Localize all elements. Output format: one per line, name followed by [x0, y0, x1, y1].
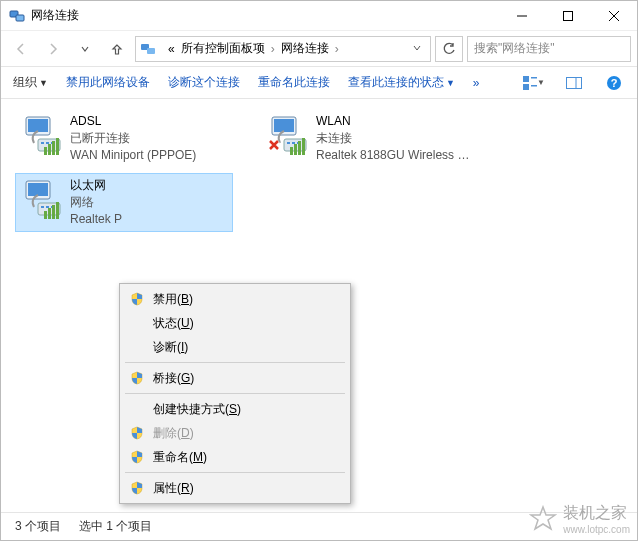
svg-rect-12: [567, 77, 582, 88]
svg-rect-33: [294, 144, 297, 155]
navbar: « 所有控制面板项 › 网络连接 › 搜索"网络连接": [1, 31, 637, 67]
uac-shield-icon: [130, 292, 144, 306]
svg-rect-27: [274, 119, 294, 132]
maximize-button[interactable]: [545, 1, 591, 31]
svg-rect-20: [46, 142, 49, 144]
menu-item: 删除(D): [123, 421, 347, 445]
toolbar: 组织▼ 禁用此网络设备 诊断这个连接 重命名此连接 查看此连接的状态▼ » ▼ …: [1, 67, 637, 99]
svg-rect-8: [523, 76, 529, 82]
svg-rect-25: [56, 138, 59, 155]
menu-item[interactable]: 属性(R): [123, 476, 347, 500]
back-button[interactable]: [7, 35, 35, 63]
recent-dropdown[interactable]: [71, 35, 99, 63]
svg-rect-3: [564, 11, 573, 20]
menu-item[interactable]: 诊断(I): [123, 335, 347, 359]
svg-rect-23: [48, 144, 51, 155]
connection-status: 未连接: [316, 130, 474, 147]
minimize-button[interactable]: [499, 1, 545, 31]
connection-device: Realtek 8188GU Wireless LAN: [316, 147, 474, 164]
breadcrumb-prefix[interactable]: «: [168, 42, 175, 56]
connection-name: WLAN: [316, 113, 474, 130]
menu-item-label: 禁用(B): [153, 291, 193, 308]
menu-item[interactable]: 状态(U): [123, 311, 347, 335]
svg-rect-17: [28, 119, 48, 132]
organize-menu[interactable]: 组织▼: [13, 74, 48, 91]
menu-item-label: 创建快捷方式(S): [153, 401, 241, 418]
view-status-button[interactable]: 查看此连接的状态▼: [348, 74, 455, 91]
search-placeholder: 搜索"网络连接": [474, 40, 555, 57]
connection-name: ADSL: [70, 113, 196, 130]
svg-rect-10: [523, 84, 529, 90]
svg-rect-32: [290, 147, 293, 155]
connection-item[interactable]: ADSL 已断开连接 WAN Miniport (PPPOE): [15, 109, 233, 167]
menu-item[interactable]: 重命名(M): [123, 445, 347, 469]
titlebar: 网络连接: [1, 1, 637, 31]
diagnose-button[interactable]: 诊断这个连接: [168, 74, 240, 91]
breadcrumb-sep: ›: [335, 42, 339, 56]
svg-rect-43: [44, 211, 47, 219]
connections-list: ADSL 已断开连接 WAN Miniport (PPPOE) WLAN 未连接…: [15, 109, 623, 232]
svg-rect-19: [41, 142, 44, 144]
svg-rect-34: [298, 141, 301, 155]
breadcrumb-item[interactable]: 网络连接: [281, 40, 329, 57]
breadcrumb-item[interactable]: 所有控制面板项: [181, 40, 265, 57]
menu-separator: [125, 362, 345, 363]
svg-rect-30: [292, 142, 295, 144]
forward-button[interactable]: [39, 35, 67, 63]
connection-item[interactable]: 以太网 网络 Realtek P: [15, 173, 233, 231]
menu-item-label: 属性(R): [153, 480, 194, 497]
refresh-button[interactable]: [435, 36, 463, 62]
network-connections-icon: [9, 8, 25, 24]
uac-shield-icon: [130, 426, 144, 440]
uac-shield-icon: [130, 371, 144, 385]
watermark-url: www.lotpc.com: [563, 524, 630, 535]
disable-device-button[interactable]: 禁用此网络设备: [66, 74, 150, 91]
breadcrumb-sep: ›: [271, 42, 275, 56]
connection-item[interactable]: WLAN 未连接 Realtek 8188GU Wireless LAN: [261, 109, 479, 167]
svg-rect-38: [28, 183, 48, 196]
svg-rect-24: [52, 141, 55, 155]
menu-item-label: 重命名(M): [153, 449, 207, 466]
location-icon: [140, 41, 156, 57]
view-options-button[interactable]: ▼: [523, 72, 545, 94]
connection-status: 已断开连接: [70, 130, 196, 147]
overflow-button[interactable]: »: [473, 76, 480, 90]
help-button[interactable]: ?: [603, 72, 625, 94]
up-button[interactable]: [103, 35, 131, 63]
window: 网络连接 « 所有控制面板项 › 网络连接 › 搜索"网络连接" 组织▼ 禁用此…: [0, 0, 638, 541]
content-area: ADSL 已断开连接 WAN Miniport (PPPOE) WLAN 未连接…: [1, 99, 637, 499]
connection-icon: [266, 113, 308, 155]
connection-device: Realtek P: [70, 211, 122, 228]
menu-item-label: 诊断(I): [153, 339, 188, 356]
menu-item-label: 桥接(G): [153, 370, 194, 387]
menu-separator: [125, 393, 345, 394]
connection-icon: [20, 113, 62, 155]
svg-rect-35: [302, 138, 305, 155]
connection-device: WAN Miniport (PPPOE): [70, 147, 196, 164]
menu-item-label: 删除(D): [153, 425, 194, 442]
svg-text:?: ?: [611, 77, 618, 89]
preview-pane-button[interactable]: [563, 72, 585, 94]
menu-separator: [125, 472, 345, 473]
menu-item-label: 状态(U): [153, 315, 194, 332]
rename-button[interactable]: 重命名此连接: [258, 74, 330, 91]
menu-item[interactable]: 创建快捷方式(S): [123, 397, 347, 421]
svg-rect-41: [46, 206, 49, 208]
menu-item[interactable]: 禁用(B): [123, 287, 347, 311]
address-bar[interactable]: « 所有控制面板项 › 网络连接 ›: [135, 36, 431, 62]
svg-rect-7: [147, 48, 155, 54]
address-dropdown[interactable]: [408, 42, 426, 56]
search-input[interactable]: 搜索"网络连接": [467, 36, 631, 62]
svg-rect-22: [44, 147, 47, 155]
window-title: 网络连接: [31, 7, 499, 24]
star-icon: [529, 505, 557, 533]
svg-rect-46: [56, 202, 59, 219]
menu-item[interactable]: 桥接(G): [123, 366, 347, 390]
context-menu: 禁用(B)状态(U)诊断(I)桥接(G)创建快捷方式(S)删除(D)重命名(M)…: [119, 283, 351, 504]
uac-shield-icon: [130, 450, 144, 464]
connection-status: 网络: [70, 194, 122, 211]
svg-rect-44: [48, 208, 51, 219]
close-button[interactable]: [591, 1, 637, 31]
uac-shield-icon: [130, 481, 144, 495]
connection-name: 以太网: [70, 177, 122, 194]
